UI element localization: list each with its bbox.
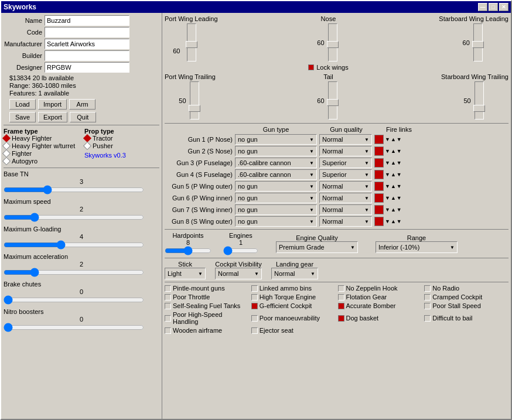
gun-2-type-select[interactable]: no gun ▼ [235, 146, 317, 156]
landing-gear-select[interactable]: Normal ▼ [271, 268, 318, 279]
gun-8-quality-select[interactable]: Normal ▼ [319, 216, 372, 227]
gun-8-chevron-up-icon[interactable]: ▲ [391, 218, 396, 224]
gun-6-chevron-down-icon[interactable]: ▼ [385, 195, 390, 201]
checkbox-17-box[interactable] [251, 327, 258, 334]
gun-2-chevron-down-icon[interactable]: ▼ [385, 148, 390, 154]
checkbox-16-box[interactable] [165, 327, 171, 334]
gun-1-type-select[interactable]: no gun ▼ [235, 134, 317, 145]
gun-5-chevron-down-icon[interactable]: ▼ [385, 183, 390, 189]
gun-1-quality-select[interactable]: Normal ▼ [319, 134, 372, 145]
gun-5-chevron-up-icon[interactable]: ▲ [391, 183, 396, 189]
checkbox-3-box[interactable] [424, 285, 431, 292]
checkbox-15-box[interactable] [424, 315, 431, 322]
gun-1-chevron-down-icon[interactable]: ▼ [385, 136, 390, 142]
arm-button[interactable]: Arm [69, 99, 95, 110]
prop-tractor[interactable]: Tractor [84, 135, 159, 142]
gun-3-chevron-down-icon[interactable]: ▼ [385, 160, 390, 166]
max-g-slider[interactable] [4, 240, 144, 250]
save-button[interactable]: Save [9, 112, 36, 122]
gun-7-chevron2-icon[interactable]: ▼ [397, 207, 402, 213]
starboard-trailing-slider[interactable] [473, 105, 485, 112]
gun-3-quality-select[interactable]: Superior ▼ [319, 158, 372, 168]
gun-1-fire-link-box[interactable] [374, 135, 384, 144]
cockpit-vis-select[interactable]: Normal ▼ [215, 268, 262, 279]
gun-4-quality-select[interactable]: Superior ▼ [319, 169, 372, 180]
gun-3-chevron-up-icon[interactable]: ▲ [391, 160, 396, 166]
import-button[interactable]: Import [38, 99, 67, 110]
frame-fighter[interactable]: Fighter [4, 150, 78, 157]
brake-chutes-slider[interactable] [4, 295, 144, 305]
gun-5-fire-link-box[interactable] [374, 182, 384, 191]
quit-button[interactable]: Quit [70, 112, 96, 122]
gun-4-fire-link-box[interactable] [374, 170, 384, 179]
gun-8-chevron-down-icon[interactable]: ▼ [385, 218, 390, 224]
minimize-button[interactable]: — [478, 3, 487, 11]
nitro-slider[interactable] [4, 323, 144, 332]
checkbox-11-box[interactable] [424, 303, 431, 309]
gun-3-fire-link-box[interactable] [374, 158, 384, 168]
checkbox-8-box[interactable] [165, 303, 171, 309]
gun-2-fire-link-box[interactable] [374, 146, 384, 156]
load-button[interactable]: Load [9, 99, 36, 110]
engines-slider[interactable] [223, 246, 258, 255]
lock-wings-checkbox[interactable] [308, 64, 314, 70]
gun-6-fire-link-box[interactable] [374, 193, 384, 203]
close-button[interactable]: ✕ [499, 3, 508, 11]
checkbox-13-box[interactable] [251, 315, 258, 322]
stick-select[interactable]: Light ▼ [165, 268, 206, 279]
gun-7-type-select[interactable]: no gun ▼ [235, 204, 317, 215]
frame-autogyro[interactable]: Autogyro [4, 158, 78, 165]
checkbox-9-box[interactable] [251, 303, 258, 309]
max-speed-slider[interactable] [4, 213, 144, 222]
skyworks-version-link[interactable]: Skyworks v0.3 [84, 152, 126, 159]
starboard-leading-slider[interactable] [472, 41, 484, 48]
port-leading-slider[interactable] [186, 41, 197, 48]
checkbox-14-box[interactable] [338, 315, 344, 322]
code-input[interactable] [45, 27, 129, 37]
gun-8-type-select[interactable]: no gun ▼ [235, 216, 317, 227]
gun-7-quality-select[interactable]: Normal ▼ [319, 204, 372, 215]
hardpoints-slider[interactable] [165, 246, 211, 255]
range-select[interactable]: Inferior (-10%) ▼ [376, 241, 458, 253]
gun-1-chevron2-icon[interactable]: ▼ [397, 136, 402, 142]
gun-3-type-select[interactable]: .60-calibre cannon ▼ [235, 158, 317, 168]
gun-6-quality-select[interactable]: Normal ▼ [319, 193, 372, 203]
gun-5-type-select[interactable]: no gun ▼ [235, 181, 317, 192]
tail-slider[interactable] [327, 99, 339, 106]
checkbox-0-box[interactable] [165, 285, 171, 292]
builder-input[interactable] [45, 50, 129, 61]
checkbox-2-box[interactable] [338, 285, 344, 292]
gun-6-chevron2-icon[interactable]: ▼ [397, 195, 402, 201]
maximize-button[interactable]: □ [489, 3, 498, 11]
frame-heavy-fighter[interactable]: Heavy Fighter [4, 135, 78, 142]
gun-7-chevron-up-icon[interactable]: ▲ [391, 207, 396, 213]
gun-7-fire-link-box[interactable] [374, 205, 384, 214]
base-tn-slider[interactable] [4, 185, 144, 194]
gun-6-type-select[interactable]: no gun ▼ [235, 193, 317, 203]
checkbox-5-box[interactable] [251, 294, 258, 301]
gun-4-chevron2-icon[interactable]: ▼ [397, 172, 402, 177]
prop-pusher[interactable]: Pusher [84, 142, 159, 149]
gun-4-chevron-down-icon[interactable]: ▼ [385, 172, 390, 177]
gun-5-chevron2-icon[interactable]: ▼ [397, 183, 402, 189]
gun-5-quality-select[interactable]: Normal ▼ [319, 181, 372, 192]
gun-3-chevron2-icon[interactable]: ▼ [397, 160, 402, 166]
engine-quality-select[interactable]: Premium Grade ▼ [276, 241, 358, 253]
checkbox-12-box[interactable] [165, 315, 171, 322]
gun-2-quality-select[interactable]: Normal ▼ [319, 146, 372, 156]
frame-heavy-fighter-turret[interactable]: Heavy Fighter w/turret [4, 142, 78, 149]
gun-4-chevron-up-icon[interactable]: ▲ [391, 172, 396, 177]
export-button[interactable]: Export [38, 112, 67, 122]
name-input[interactable] [45, 15, 129, 26]
port-trailing-slider[interactable] [189, 105, 200, 112]
gun-2-chevron-up-icon[interactable]: ▲ [391, 148, 396, 154]
nose-slider[interactable] [327, 41, 339, 48]
gun-2-chevron2-icon[interactable]: ▼ [397, 148, 402, 154]
manufacturer-input[interactable] [45, 39, 129, 49]
checkbox-6-box[interactable] [338, 294, 344, 301]
gun-7-chevron-down-icon[interactable]: ▼ [385, 207, 390, 213]
checkbox-1-box[interactable] [251, 285, 258, 292]
gun-1-chevron-up-icon[interactable]: ▲ [391, 136, 396, 142]
gun-6-chevron-up-icon[interactable]: ▲ [391, 195, 396, 201]
checkbox-4-box[interactable] [165, 294, 171, 301]
